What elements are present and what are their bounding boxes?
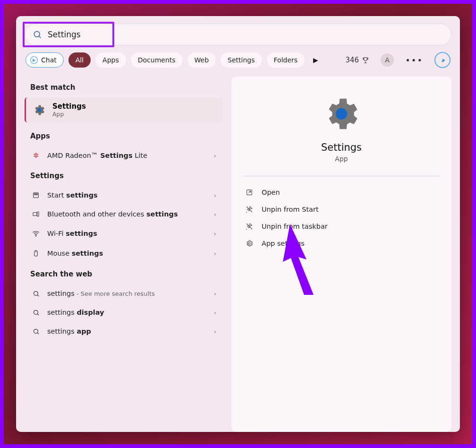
- avatar-initial: A: [385, 56, 390, 64]
- svg-rect-6: [36, 194, 38, 195]
- svg-point-20: [248, 242, 250, 244]
- setting-result-label: Wi-Fi settings: [47, 230, 207, 237]
- chevron-right-icon: ›: [214, 230, 216, 237]
- svg-point-9: [35, 236, 36, 237]
- chevron-right-icon: ›: [214, 192, 216, 199]
- setting-result-label: Bluetooth and other devices settings: [47, 210, 207, 218]
- unpin-icon: [245, 223, 254, 230]
- chevron-right-icon: ›: [214, 211, 216, 218]
- devices-icon: [31, 210, 41, 218]
- more-filters-icon[interactable]: ▶: [313, 56, 318, 64]
- open-icon: [245, 189, 254, 196]
- trophy-icon: [362, 56, 369, 64]
- svg-rect-5: [34, 194, 36, 195]
- more-options-icon[interactable]: •••: [405, 55, 423, 65]
- filter-documents[interactable]: Documents: [131, 52, 183, 68]
- web-result-label: settings app: [47, 327, 207, 335]
- web-result-label: settings - See more search results: [47, 290, 207, 297]
- search-icon: [33, 30, 42, 39]
- settings-heading: Settings: [25, 165, 223, 186]
- setting-result-start[interactable]: Start settings ›: [25, 186, 223, 205]
- setting-result-label: Mouse settings: [47, 250, 207, 257]
- chat-label: Chat: [41, 56, 57, 64]
- svg-line-13: [37, 295, 39, 296]
- action-open[interactable]: Open: [243, 184, 440, 201]
- bing-button[interactable]: [434, 52, 450, 68]
- action-label: Unpin from Start: [262, 206, 319, 213]
- svg-line-15: [37, 314, 39, 315]
- chevron-right-icon: ›: [214, 250, 216, 257]
- preview-panel: Settings App Open Unpin from Start Unpin…: [231, 77, 451, 432]
- apps-heading: Apps: [25, 125, 223, 146]
- filter-row: Chat All Apps Documents Web Settings Fol…: [25, 52, 451, 68]
- action-label: Open: [262, 189, 280, 196]
- svg-point-0: [34, 31, 40, 37]
- search-bar[interactable]: [25, 24, 451, 45]
- search-window: Chat All Apps Documents Web Settings Fol…: [16, 16, 460, 432]
- filter-folders[interactable]: Folders: [267, 52, 305, 68]
- svg-point-14: [34, 310, 38, 314]
- action-label: App settings: [262, 240, 305, 247]
- chevron-right-icon: ›: [214, 152, 216, 159]
- best-match-title: Settings: [52, 102, 86, 111]
- svg-rect-8: [37, 212, 39, 216]
- svg-point-16: [34, 329, 38, 333]
- chevron-right-icon: ›: [214, 309, 216, 316]
- svg-line-1: [39, 36, 41, 38]
- filter-web[interactable]: Web: [187, 52, 216, 68]
- web-result-app[interactable]: settings app ›: [25, 322, 223, 341]
- account-avatar[interactable]: A: [381, 53, 394, 67]
- best-match-subtitle: App: [52, 111, 86, 118]
- setting-result-wifi[interactable]: Wi-Fi settings ›: [25, 224, 223, 243]
- amd-icon: ✲: [31, 152, 41, 159]
- rewards-points[interactable]: 346: [346, 56, 370, 64]
- svg-rect-7: [33, 213, 37, 216]
- chevron-right-icon: ›: [214, 290, 216, 297]
- best-match-item[interactable]: Settings App: [25, 97, 223, 122]
- filter-settings[interactable]: Settings: [221, 52, 262, 68]
- wifi-icon: [31, 229, 41, 238]
- setting-result-label: Start settings: [47, 191, 207, 199]
- best-match-heading: Best match: [25, 77, 223, 97]
- search-icon: [31, 290, 41, 297]
- preview-title: Settings: [321, 142, 362, 153]
- points-value: 346: [346, 56, 359, 64]
- gear-icon: [245, 240, 254, 247]
- app-result-amd[interactable]: ✲ AMD Radeon™ Settings Lite ›: [25, 146, 223, 165]
- filter-all[interactable]: All: [68, 52, 91, 68]
- divider: [243, 176, 440, 176]
- results-list: Best match Settings App Apps ✲ AMD Radeo…: [25, 77, 223, 432]
- bing-chat-icon: [30, 56, 38, 64]
- bing-icon: [438, 56, 447, 64]
- action-unpin-start[interactable]: Unpin from Start: [243, 201, 440, 218]
- filter-apps[interactable]: Apps: [95, 52, 126, 68]
- web-result-display[interactable]: settings display ›: [25, 303, 223, 322]
- action-unpin-taskbar[interactable]: Unpin from taskbar: [243, 218, 440, 235]
- action-app-settings[interactable]: App settings: [243, 235, 440, 252]
- chat-pill[interactable]: Chat: [26, 52, 64, 68]
- search-icon: [31, 328, 41, 335]
- start-icon: [31, 191, 41, 199]
- web-result-settings[interactable]: settings - See more search results ›: [25, 284, 223, 303]
- svg-line-17: [37, 333, 39, 334]
- svg-point-12: [34, 291, 38, 295]
- svg-point-18: [336, 108, 347, 120]
- setting-result-bluetooth[interactable]: Bluetooth and other devices settings ›: [25, 205, 223, 224]
- mouse-icon: [31, 249, 41, 258]
- svg-point-3: [37, 108, 41, 112]
- action-label: Unpin from taskbar: [262, 223, 328, 230]
- app-result-label: AMD Radeon™ Settings Lite: [47, 152, 207, 159]
- web-heading: Search the web: [25, 263, 223, 284]
- search-input[interactable]: [48, 30, 443, 39]
- gear-icon: [33, 103, 46, 117]
- gear-icon: [321, 94, 362, 134]
- setting-result-mouse[interactable]: Mouse settings ›: [25, 243, 223, 263]
- search-icon: [31, 309, 41, 316]
- web-result-label: settings display: [47, 309, 207, 316]
- unpin-icon: [245, 206, 254, 213]
- preview-subtitle: App: [335, 155, 348, 163]
- chevron-right-icon: ›: [214, 328, 216, 335]
